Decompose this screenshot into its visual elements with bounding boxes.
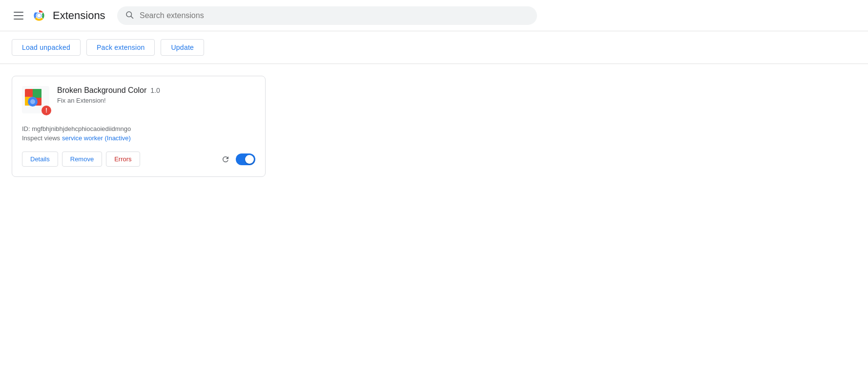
extension-card: ! Broken Background Color 1.0 Fix an Ext… [12, 76, 266, 177]
extension-id: ID: mgfbhjnibhjdehcphiocaoiediidmngo [22, 125, 255, 132]
extension-toggle[interactable] [236, 153, 255, 165]
toggle-thumb [245, 155, 254, 164]
search-input[interactable] [140, 11, 529, 20]
search-box [117, 6, 537, 25]
extension-name: Broken Background Color [57, 86, 146, 95]
search-icon [125, 10, 134, 21]
inspect-views-label: Inspect views [22, 134, 60, 142]
card-top: ! Broken Background Color 1.0 Fix an Ext… [22, 86, 255, 113]
svg-rect-9 [33, 89, 41, 98]
extension-meta: ID: mgfbhjnibhjdehcphiocaoiediidmngo Ins… [22, 125, 255, 142]
extension-description: Fix an Extension! [57, 97, 255, 104]
page-header: Extensions [0, 0, 868, 31]
search-container [117, 6, 537, 25]
remove-button[interactable]: Remove [62, 152, 102, 167]
extension-icon-wrap: ! [22, 86, 49, 113]
inspect-views-row: Inspect views service worker (Inactive) [22, 134, 255, 142]
extension-info: Broken Background Color 1.0 Fix an Exten… [57, 86, 255, 104]
pack-extension-button[interactable]: Pack extension [86, 39, 155, 56]
page-title: Extensions [53, 9, 105, 22]
service-worker-link[interactable]: service worker (Inactive) [62, 134, 131, 142]
header-left: Extensions [12, 8, 109, 23]
toolbar: Load unpacked Pack extension Update [0, 31, 868, 64]
error-badge: ! [41, 106, 51, 115]
svg-line-6 [131, 16, 133, 18]
extension-name-row: Broken Background Color 1.0 [57, 86, 255, 95]
reload-icon [221, 155, 230, 164]
menu-icon[interactable] [12, 10, 25, 22]
card-footer: Details Remove Errors [22, 152, 255, 167]
chrome-logo-icon [31, 8, 47, 23]
details-button[interactable]: Details [22, 152, 58, 167]
update-button[interactable]: Update [161, 39, 204, 56]
reload-button[interactable] [219, 153, 232, 166]
svg-point-12 [30, 99, 35, 104]
svg-point-4 [37, 14, 41, 18]
load-unpacked-button[interactable]: Load unpacked [12, 39, 81, 56]
extension-version: 1.0 [150, 87, 160, 94]
errors-button[interactable]: Errors [106, 152, 140, 167]
main-content: ! Broken Background Color 1.0 Fix an Ext… [0, 64, 868, 189]
